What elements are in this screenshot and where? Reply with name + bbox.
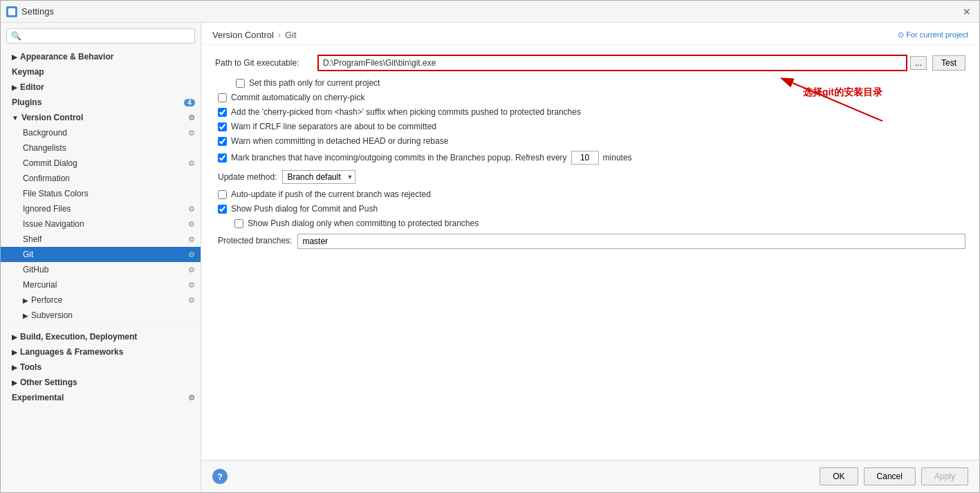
protected-branches-input[interactable]	[297, 234, 965, 249]
update-method-row: Update method: Branch default Merge Reba…	[218, 170, 965, 184]
set-path-checkbox[interactable]	[236, 79, 245, 88]
settings-icon-bg: ⚙	[188, 129, 195, 138]
cb5-row: Mark branches that have incoming/outgoin…	[215, 151, 965, 165]
cb1-checkbox[interactable]	[218, 93, 227, 102]
sidebar-item-tools[interactable]: ▶ Tools	[1, 360, 201, 375]
test-button[interactable]: Test	[932, 55, 965, 71]
sidebar-item-file-status[interactable]: File Status Colors	[1, 186, 201, 201]
settings-icon-gh: ⚙	[188, 266, 195, 275]
settings-icon-hg: ⚙	[188, 281, 195, 290]
sidebar-item-background[interactable]: Background ⚙	[1, 125, 201, 140]
chevron-right-icon-build: ▶	[12, 333, 17, 341]
refresh-minutes-input[interactable]	[571, 151, 599, 165]
settings-icon-p4: ⚙	[188, 296, 195, 305]
sidebar-item-shelf[interactable]: Shelf ⚙	[1, 232, 201, 247]
settings-icon-exp: ⚙	[188, 393, 195, 402]
sidebar-item-perforce[interactable]: ▶ Perforce ⚙	[1, 292, 201, 308]
minutes-label: minutes	[603, 153, 632, 162]
cancel-button[interactable]: Cancel	[864, 467, 916, 485]
cb6-label: Auto-update if push of the current branc…	[231, 189, 431, 199]
sidebar-item-appearance[interactable]: ▶ Appearance & Behavior	[1, 49, 201, 64]
breadcrumb-current: Git	[285, 30, 297, 40]
footer: ? OK Cancel Apply	[201, 460, 979, 492]
chevron-right-icon-tools: ▶	[12, 364, 17, 371]
chevron-right-icon-p4: ▶	[23, 297, 28, 304]
window-title: Settings	[21, 6, 54, 17]
sidebar-item-github[interactable]: GitHub ⚙	[1, 262, 201, 277]
help-button[interactable]: ?	[212, 469, 228, 484]
annotation-text: 选择git的安装目录	[803, 86, 882, 99]
sidebar-item-confirmation[interactable]: Confirmation	[1, 171, 201, 186]
sidebar-item-ignored[interactable]: Ignored Files ⚙	[1, 201, 201, 216]
close-button[interactable]: ✕	[960, 5, 974, 19]
search-box	[1, 23, 201, 49]
cb8-label: Show Push dialog only when committing to…	[248, 218, 479, 228]
settings-icon-sh: ⚙	[188, 235, 195, 244]
update-method-label: Update method:	[218, 172, 277, 182]
app-icon	[6, 6, 17, 17]
sidebar-item-languages[interactable]: ▶ Languages & Frameworks	[1, 344, 201, 360]
sidebar-item-plugins[interactable]: Plugins 4	[1, 95, 201, 110]
settings-icon-cd: ⚙	[188, 159, 195, 168]
cb4-checkbox[interactable]	[218, 137, 227, 146]
path-label: Path to Git executable:	[215, 58, 312, 68]
cb2-checkbox[interactable]	[218, 108, 227, 117]
cb4-label: Warn when committing in detached HEAD or…	[231, 136, 448, 146]
sidebar-item-version-control[interactable]: ▼ Version Control ⚙	[1, 110, 201, 125]
sidebar-item-commit-dialog[interactable]: Commit Dialog ⚙	[1, 156, 201, 171]
sidebar: ▶ Appearance & Behavior Keymap ▶ Editor …	[1, 23, 201, 492]
ok-button[interactable]: OK	[820, 467, 858, 485]
cb1-label: Commit automatically on cherry-pick	[231, 93, 364, 102]
update-method-select[interactable]: Branch default Merge Rebase	[282, 170, 355, 184]
path-input-wrapper: ...	[317, 55, 927, 71]
cb8-row: Show Push dialog only when committing to…	[215, 218, 965, 228]
settings-icon-git: ⚙	[188, 250, 195, 259]
annotation-arrow-svg	[772, 73, 896, 128]
cb3-checkbox[interactable]	[218, 122, 227, 131]
protected-row: Protected branches:	[215, 234, 965, 249]
path-row: Path to Git executable: ... Test	[215, 55, 965, 71]
breadcrumb-parent: Version Control	[212, 30, 274, 40]
settings-icon-in: ⚙	[188, 220, 195, 229]
search-input[interactable]	[6, 28, 195, 44]
sidebar-item-build[interactable]: ▶ Build, Execution, Deployment	[1, 329, 201, 344]
cb4-row: Warn when committing in detached HEAD or…	[215, 136, 965, 146]
sidebar-item-experimental[interactable]: Experimental ⚙	[1, 390, 201, 405]
cb3-label: Warn if CRLF line separators are about t…	[231, 122, 436, 131]
svg-rect-0	[8, 8, 15, 15]
title-bar: Settings ✕	[1, 1, 979, 23]
sidebar-item-changelists[interactable]: Changelists	[1, 140, 201, 156]
git-path-input[interactable]	[317, 55, 907, 71]
divider	[1, 326, 201, 326]
sidebar-item-subversion[interactable]: ▶ Subversion	[1, 308, 201, 323]
cb2-label: Add the 'cherry-picked from <hash>' suff…	[231, 107, 581, 117]
protected-label: Protected branches:	[218, 234, 292, 245]
sidebar-item-issue-nav[interactable]: Issue Navigation ⚙	[1, 216, 201, 232]
cb5-checkbox[interactable]	[218, 154, 227, 162]
cb7-row: Show Push dialog for Commit and Push	[215, 204, 965, 214]
sidebar-item-keymap[interactable]: Keymap	[1, 64, 201, 80]
sidebar-item-other[interactable]: ▶ Other Settings	[1, 375, 201, 390]
browse-button[interactable]: ...	[910, 56, 927, 70]
settings-icon-vc: ⚙	[188, 113, 195, 122]
sidebar-item-mercurial[interactable]: Mercurial ⚙	[1, 277, 201, 292]
chevron-down-icon-vc: ▼	[12, 114, 19, 122]
apply-button[interactable]: Apply	[921, 467, 968, 485]
chevron-right-icon-svn: ▶	[23, 312, 28, 319]
settings-icon-if: ⚙	[188, 205, 195, 214]
cb6-checkbox[interactable]	[218, 190, 227, 199]
settings-body: Path to Git executable: ... Test Set thi…	[201, 45, 979, 460]
breadcrumb-separator: ›	[278, 30, 281, 40]
chevron-right-icon: ▶	[12, 53, 17, 61]
sidebar-item-git[interactable]: Git ⚙	[1, 247, 201, 262]
cb7-checkbox[interactable]	[218, 205, 227, 214]
cb6-row: Auto-update if push of the current branc…	[215, 189, 965, 199]
breadcrumb-project: ⊙ For current project	[898, 30, 968, 39]
set-path-label: Set this path only for current project	[249, 78, 380, 88]
chevron-right-icon-editor: ▶	[12, 84, 17, 91]
cb7-label: Show Push dialog for Commit and Push	[231, 204, 378, 214]
cb8-checkbox[interactable]	[234, 219, 243, 228]
main-content: ▶ Appearance & Behavior Keymap ▶ Editor …	[1, 23, 979, 492]
title-bar-left: Settings	[6, 6, 54, 17]
sidebar-item-editor[interactable]: ▶ Editor	[1, 80, 201, 95]
